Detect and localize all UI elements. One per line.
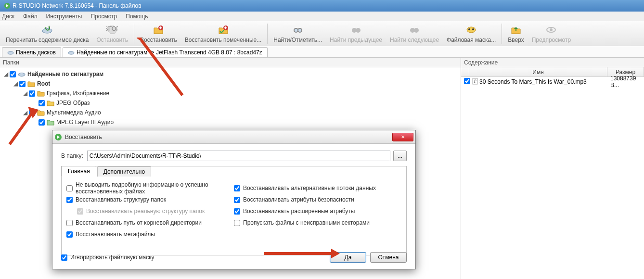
preview-icon: [545, 24, 557, 36]
option-checkbox[interactable]: [77, 208, 83, 215]
tree-checkbox[interactable]: [29, 110, 35, 116]
ok-button[interactable]: Да: [330, 252, 366, 263]
app-icon: [4, 2, 11, 9]
tree-checkbox[interactable]: [19, 81, 26, 87]
window-titlebar: R-STUDIO Network 7.8.160654 - Панель фай…: [0, 0, 644, 12]
option-label: Не выводить подробную информацию о успеш…: [76, 181, 234, 195]
tree-checkbox[interactable]: [29, 90, 35, 97]
svg-point-13: [414, 28, 419, 33]
folders-panel-header: Папки: [0, 58, 461, 67]
binoculars-next-icon: [409, 24, 420, 36]
svg-point-18: [550, 28, 553, 31]
tree-label: JPEG Образ: [56, 100, 90, 106]
option-checkbox[interactable]: [234, 197, 240, 203]
option-label: Пропускать файлы с неисправными секторам…: [243, 219, 370, 226]
svg-point-16: [472, 28, 474, 30]
tree-checkbox[interactable]: [10, 71, 16, 77]
folder-tree[interactable]: ◢Найденные по сигнатурам◢Root◢Графика, И…: [0, 67, 461, 129]
file-name: 30 Seconds To Mars_This Is War_00.mp3: [477, 78, 607, 86]
tool-recover-marked[interactable]: Восстановить помеченные...: [181, 23, 265, 44]
dialog-title: Восстановить: [65, 134, 392, 140]
tool-stop[interactable]: STOP Остановить: [93, 23, 132, 44]
menu-tools[interactable]: Инструменты: [46, 13, 82, 20]
tree-checkbox[interactable]: [39, 119, 45, 126]
tool-recover[interactable]: Восстановить: [136, 23, 181, 44]
option-row: Не выводить подробную информацию о успеш…: [66, 182, 234, 194]
col-name[interactable]: Имя: [469, 67, 607, 76]
menubar: Диск Файл Инструменты Просмотр Помощь: [0, 12, 644, 21]
option-checkbox[interactable]: [234, 220, 240, 226]
svg-point-23: [474, 81, 476, 83]
tool-find-mark[interactable]: Найти/Отметить...: [270, 23, 326, 44]
option-row: Восстанавливать метафайлы: [66, 228, 234, 240]
tool-find-next[interactable]: Найти следующее: [386, 23, 443, 44]
folder-icon: [27, 80, 35, 88]
option-checkbox[interactable]: [234, 208, 240, 215]
tool-preview[interactable]: Предпросмотр: [528, 23, 575, 44]
option-checkbox[interactable]: [66, 185, 73, 191]
menu-help[interactable]: Помощь: [126, 13, 148, 20]
tab-found-by-signature[interactable]: Найденные по сигнатурам -> JetFlash Tran…: [63, 47, 268, 57]
svg-point-15: [468, 28, 470, 30]
svg-point-19: [8, 51, 13, 54]
option-row: Восстанавливать альтернативные потоки да…: [234, 182, 401, 194]
tab-disks-panel[interactable]: Панель дисков: [2, 47, 61, 57]
tree-label: Найденные по сигнатурам: [27, 71, 103, 77]
folder-icon: [37, 109, 45, 116]
recover-marked-icon: [218, 24, 229, 36]
option-checkbox[interactable]: [234, 185, 240, 191]
tree-item[interactable]: JPEG Образ: [3, 98, 458, 108]
svg-point-14: [467, 27, 476, 33]
dialog-tab-main[interactable]: Главная: [62, 166, 96, 176]
tree-label: Графика, Изображение: [47, 90, 109, 97]
svg-point-11: [356, 28, 361, 33]
table-row[interactable]: 30 Seconds To Mars_This Is War_00.mp3 13…: [461, 77, 644, 87]
svg-point-8: [295, 29, 297, 32]
menu-view[interactable]: Просмотр: [90, 13, 117, 20]
expander-icon[interactable]: ◢: [3, 71, 9, 77]
folder-icon: [37, 89, 45, 97]
dialog-close-button[interactable]: ✕: [392, 133, 413, 141]
option-label: Восстанавливать структуру папок: [76, 196, 166, 203]
expander-icon[interactable]: ◢: [22, 90, 28, 96]
toolbar-separator: [267, 24, 268, 44]
svg-point-21: [18, 73, 25, 76]
disk-icon: [68, 49, 75, 56]
ignore-mask-checkbox[interactable]: [61, 254, 67, 261]
tool-file-mask[interactable]: Файловая маска...: [443, 23, 500, 44]
option-checkbox[interactable]: [66, 197, 73, 203]
expander-icon[interactable]: ◢: [22, 110, 28, 115]
document-tabs: Панель дисков Найденные по сигнатурам ->…: [0, 46, 644, 58]
col-checkbox[interactable]: [461, 67, 469, 76]
option-checkbox[interactable]: [66, 220, 73, 226]
tree-item[interactable]: ◢Найденные по сигнатурам: [3, 69, 458, 79]
dialog-titlebar[interactable]: Восстановить ✕: [52, 130, 415, 144]
tree-item[interactable]: ◢Root: [3, 79, 458, 89]
tree-item[interactable]: ◢Графика, Изображение: [3, 89, 458, 98]
cancel-button[interactable]: Отмена: [370, 252, 407, 263]
tool-reread-disk[interactable]: Перечитать содержимое диска: [2, 23, 93, 44]
tree-checkbox[interactable]: [39, 100, 45, 106]
toolbar-separator: [134, 24, 134, 44]
tree-label: MPEG Layer III Аудио: [56, 119, 114, 126]
mask-icon: [465, 24, 477, 36]
folder-icon: [47, 118, 54, 126]
tree-item[interactable]: MPEG Layer III Аудио: [3, 117, 458, 127]
menu-file[interactable]: Файл: [23, 13, 38, 20]
dialog-tab-extra[interactable]: Дополнительно: [97, 166, 151, 177]
option-label: Восстанавливать метафайлы: [76, 231, 155, 238]
tool-up[interactable]: Вверх: [504, 23, 528, 44]
browse-button[interactable]: ...: [393, 151, 407, 161]
tool-find-prev[interactable]: Найти предыдущее: [326, 23, 386, 44]
content-panel-header: Содержание: [461, 58, 644, 67]
path-input[interactable]: [87, 151, 390, 161]
expander-icon[interactable]: ◢: [13, 81, 18, 87]
option-row: Пропускать файлы с неисправными секторам…: [234, 217, 401, 228]
option-label: Восстанавливать расширенные атрибуты: [243, 208, 355, 215]
menu-disk[interactable]: Диск: [2, 13, 14, 20]
toolbar-separator: [502, 24, 502, 44]
option-row: Восстанавливать расширенные атрибуты: [234, 205, 401, 217]
folder-up-icon: [510, 24, 522, 36]
option-checkbox[interactable]: [66, 231, 73, 238]
tree-item[interactable]: ◢Мультимедиа Аудио: [3, 108, 458, 117]
